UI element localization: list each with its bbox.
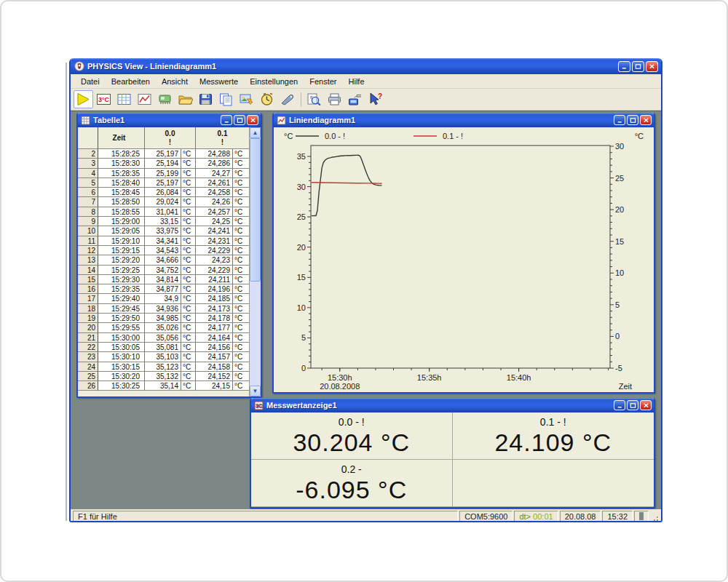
table-button[interactable] <box>114 90 134 108</box>
table-maximize-button[interactable] <box>234 115 245 125</box>
display-channel-label: 0.2 - <box>341 463 362 476</box>
table-cell: 35,026 <box>145 323 181 332</box>
print-button[interactable] <box>325 90 344 108</box>
table-row[interactable]: 1815:29:4534,936°C24,173°C <box>78 304 249 314</box>
open-button[interactable] <box>175 90 195 108</box>
scroll-up-icon[interactable]: ▲ <box>250 127 261 138</box>
table-cell: 14 <box>78 266 98 275</box>
status-date: 20.08.08 <box>560 511 601 522</box>
module-button[interactable] <box>155 90 175 108</box>
menu-fenster[interactable]: Fenster <box>304 76 342 87</box>
table-row[interactable]: 415:28:3525,199°C24,27°C <box>78 169 249 178</box>
table-row[interactable]: 515:28:4025,197°C24,261°C <box>78 178 249 188</box>
maximize-button[interactable] <box>632 61 644 72</box>
table-cell: 34,814 <box>145 275 181 284</box>
zoom-button[interactable]: F <box>304 90 324 108</box>
y-right-label: 10 <box>615 268 624 277</box>
table-cell: 24,229 <box>196 266 233 275</box>
table-cell: 24,229 <box>196 246 233 255</box>
timer-button[interactable] <box>257 90 277 108</box>
chart-close-button[interactable] <box>640 115 652 125</box>
table-cell: 34,985 <box>145 314 181 323</box>
table-cell: °C <box>233 169 249 178</box>
x-axis-label: Zeit <box>619 382 632 391</box>
table-cell: 35,123 <box>145 362 181 372</box>
display-minimize-button[interactable] <box>614 400 625 410</box>
table-row[interactable]: 2115:30:0035,056°C24,164°C <box>78 333 249 343</box>
table-cell: 35,132 <box>145 372 181 381</box>
table-cell: 24,261 <box>196 178 233 188</box>
table-row[interactable]: 615:28:4526,084°C24,258°C <box>78 188 249 197</box>
copy-button[interactable] <box>216 90 236 108</box>
table-cell: 15:28:55 <box>98 207 145 217</box>
connect-button[interactable] <box>345 90 365 108</box>
table-row[interactable]: 2315:30:1035,103°C24,157°C <box>78 352 249 362</box>
table-row[interactable]: 1015:29:0533,975°C24,241°C <box>78 226 249 236</box>
menu-messwerte[interactable]: Messwerte <box>194 76 244 87</box>
display-maximize-button[interactable] <box>627 400 638 410</box>
chart-window: Liniendiagramm1 °C0.0 - !0.1 - !°C051015… <box>272 113 655 394</box>
menu-datei[interactable]: Datei <box>75 76 106 87</box>
start-button[interactable] <box>74 90 93 108</box>
menu-hilfe[interactable]: Hilfe <box>343 76 371 87</box>
table-minimize-button[interactable] <box>221 115 232 125</box>
chart-window-titlebar[interactable]: Liniendiagramm1 <box>274 113 654 127</box>
chart-minimize-button[interactable] <box>614 115 625 125</box>
measure-display-button[interactable]: 3°C <box>94 90 114 108</box>
table-row[interactable]: 2015:29:5535,026°C24,177°C <box>78 323 249 332</box>
close-button[interactable] <box>646 61 658 72</box>
status-bar: F1 für Hilfe COM5:9600 dt> 00:01 20.08.0… <box>71 509 661 522</box>
table-row[interactable]: 915:29:0033,15°C24,25°C <box>78 217 249 226</box>
display-close-button[interactable] <box>640 400 652 410</box>
table-cell: °C <box>181 294 196 303</box>
chart-maximize-button[interactable] <box>627 115 638 125</box>
table-cell: 24,185 <box>196 294 233 303</box>
status-help: F1 für Hilfe <box>73 511 458 522</box>
plot-border <box>311 146 610 368</box>
resize-grip[interactable] <box>650 511 659 522</box>
table-row[interactable]: 2415:30:1535,123°C24,158°C <box>78 362 249 372</box>
menu-ansicht[interactable]: Ansicht <box>156 76 194 87</box>
table-row[interactable]: 2215:30:0535,081°C24,156°C <box>78 343 249 352</box>
table-row[interactable]: 1415:29:2534,752°C24,229°C <box>78 266 249 275</box>
table-row[interactable]: 2615:30:2535,14°C24,15°C <box>78 381 249 391</box>
table-header-zeit[interactable]: Zeit <box>98 127 145 149</box>
table-row[interactable]: 2515:30:2035,132°C24,152°C <box>78 372 249 381</box>
scrollbar-thumb[interactable] <box>250 138 261 282</box>
table-row[interactable]: 1915:29:5034,985°C24,178°C <box>78 314 249 323</box>
table-window-titlebar[interactable]: Tabelle1 <box>78 113 261 127</box>
table-window: Tabelle1 Zeit 0.0! 0.1! <box>76 113 262 398</box>
table-row[interactable]: 1315:29:2034,666°C24,23°C <box>78 255 249 265</box>
table-cell: °C <box>181 246 196 255</box>
scroll-down-icon[interactable]: ▼ <box>250 386 261 396</box>
table-cell: °C <box>233 372 249 381</box>
table-close-button[interactable] <box>247 115 258 125</box>
table-row[interactable]: 215:28:2525,197°C24,288°C <box>78 149 249 159</box>
table-row[interactable]: 1115:29:1034,341°C24,231°C <box>78 236 249 246</box>
table-cell: °C <box>181 323 196 332</box>
help-button[interactable]: ? <box>365 90 385 108</box>
table-cell: 34,936 <box>145 304 181 314</box>
table-row[interactable]: 315:28:3025,194°C24,286°C <box>78 159 249 168</box>
table-row[interactable]: 1515:29:3034,814°C24,211°C <box>78 275 249 284</box>
table-scrollbar[interactable]: ▲ ▼ <box>249 127 261 396</box>
scrollbar-track[interactable] <box>250 138 261 386</box>
table-row[interactable]: 1715:29:4034,9°C24,185°C <box>78 294 249 303</box>
table-row[interactable]: 715:28:5029,024°C24,26°C <box>78 197 249 207</box>
table-header-ch1[interactable]: 0.1! <box>196 127 249 149</box>
minimize-button[interactable] <box>618 61 630 72</box>
display-window-titlebar[interactable]: 3C Messwertanzeige1 <box>251 398 654 412</box>
table-cell: °C <box>233 362 249 372</box>
table-cell: °C <box>233 314 249 323</box>
chart-button[interactable] <box>135 90 154 108</box>
menu-bearbeiten[interactable]: Bearbeiten <box>106 76 156 87</box>
table-row[interactable]: 815:28:5531,041°C24,257°C <box>78 207 249 217</box>
app-titlebar[interactable]: PHYSICS View - Liniendiagramm1 <box>71 58 661 74</box>
export-button[interactable] <box>237 90 256 108</box>
table-row[interactable]: 1615:29:3534,877°C24,196°C <box>78 284 249 294</box>
table-header-ch0[interactable]: 0.0! <box>145 127 196 149</box>
menu-einstellungen[interactable]: Einstellungen <box>244 76 304 87</box>
table-row[interactable]: 1215:29:1534,543°C24,229°C <box>78 246 249 255</box>
save-button[interactable] <box>196 90 215 108</box>
sensor-button[interactable] <box>277 90 297 108</box>
